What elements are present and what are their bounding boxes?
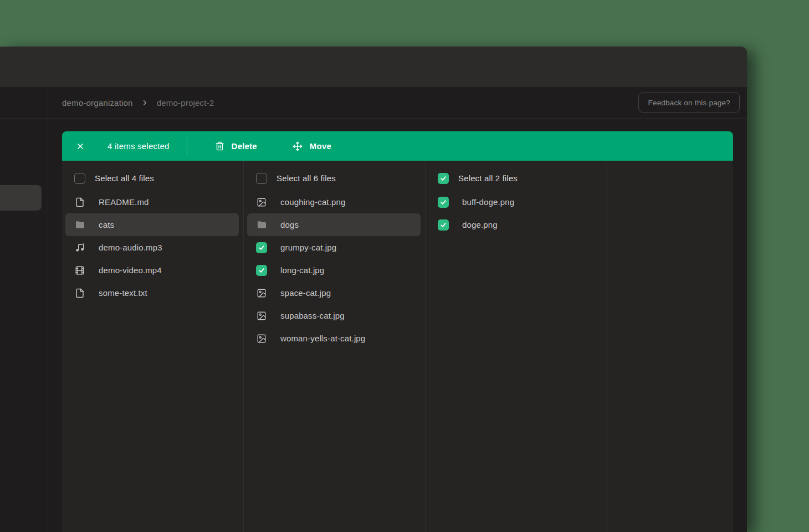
file-row[interactable]: space-cat.jpg <box>244 282 425 304</box>
file-row[interactable]: cats <box>65 213 239 236</box>
file-row[interactable]: buff-doge.png <box>426 191 607 213</box>
file-row[interactable]: demo-video.mp4 <box>62 259 243 282</box>
image-icon <box>257 334 267 344</box>
empty-column <box>607 161 733 532</box>
toolbar-divider <box>187 137 187 155</box>
row-icon-slot <box>256 288 267 299</box>
checkmark-icon <box>439 198 447 206</box>
file-explorer: 4 items selected Delete Move <box>62 131 733 532</box>
row-icon-slot <box>438 173 449 184</box>
file-column: Select all 2 files buff-doge.png doge.pn… <box>426 161 607 532</box>
row-icon-slot <box>74 265 85 276</box>
file-checkbox-checked[interactable] <box>438 219 449 231</box>
video-icon <box>75 265 85 275</box>
row-icon-slot <box>74 288 85 299</box>
image-icon <box>257 311 267 321</box>
file-name: doge.png <box>462 220 498 229</box>
app-window: demo-organization demo-project-2 Feedbac… <box>0 47 747 532</box>
file-name: README.md <box>99 197 149 207</box>
select-all-checkbox[interactable] <box>438 173 449 184</box>
select-all-row[interactable]: Select all 4 files <box>62 167 243 190</box>
file-column: Select all 4 files README.md cats demo-a… <box>62 161 244 532</box>
checkmark-icon <box>439 221 447 229</box>
file-name: dogs <box>280 220 299 229</box>
row-icon-slot <box>438 219 449 231</box>
file-icon <box>75 288 85 298</box>
file-checkbox-checked[interactable] <box>256 242 267 253</box>
file-name: some-text.txt <box>99 288 147 298</box>
move-label: Move <box>310 141 331 151</box>
page-background: demo-organization demo-project-2 Feedbac… <box>0 0 809 532</box>
file-name: cats <box>99 220 114 229</box>
file-row[interactable]: doge.png <box>426 213 607 236</box>
row-icon-slot <box>74 173 85 184</box>
select-all-label: Select all 2 files <box>458 173 518 183</box>
trash-icon <box>215 141 224 151</box>
row-icon-slot <box>256 265 267 276</box>
row-icon-slot <box>256 242 267 253</box>
file-name: buff-doge.png <box>462 197 514 207</box>
checkmark-icon <box>439 175 447 182</box>
file-row[interactable]: dogs <box>247 213 421 236</box>
file-row[interactable]: woman-yells-at-cat.jpg <box>244 327 425 350</box>
file-name: space-cat.jpg <box>280 288 331 298</box>
delete-button[interactable]: Delete <box>215 141 257 151</box>
file-row[interactable]: grumpy-cat.jpg <box>244 236 425 259</box>
file-name: woman-yells-at-cat.jpg <box>280 334 365 343</box>
feedback-button[interactable]: Feedback on this page? <box>638 93 740 112</box>
file-row[interactable]: some-text.txt <box>62 282 243 304</box>
file-columns: Select all 4 files README.md cats demo-a… <box>62 161 733 532</box>
file-name: coughing-cat.png <box>280 197 346 207</box>
checkmark-icon <box>258 267 265 274</box>
row-icon-slot <box>256 173 267 184</box>
breadcrumb-bar: demo-organization demo-project-2 Feedbac… <box>0 87 747 119</box>
file-name: long-cat.jpg <box>280 265 324 275</box>
close-icon[interactable] <box>75 141 85 151</box>
file-name: supabass-cat.jpg <box>280 311 345 320</box>
row-icon-slot <box>74 219 85 231</box>
sidebar-active-item[interactable] <box>0 185 42 211</box>
row-icon-slot <box>438 197 449 208</box>
breadcrumb-organization[interactable]: demo-organization <box>62 98 133 108</box>
window-titlebar <box>0 47 747 87</box>
folder-icon <box>257 219 267 230</box>
select-all-label: Select all 4 files <box>95 173 154 183</box>
file-name: grumpy-cat.jpg <box>280 243 336 252</box>
select-all-label: Select all 6 files <box>277 173 336 183</box>
file-row[interactable]: coughing-cat.png <box>244 191 425 213</box>
selection-toolbar: 4 items selected Delete Move <box>62 131 733 161</box>
file-row[interactable]: long-cat.jpg <box>244 259 425 282</box>
file-name: demo-video.mp4 <box>99 265 162 275</box>
file-icon <box>75 197 85 207</box>
row-icon-slot <box>256 310 267 321</box>
selected-count-label: 4 items selected <box>107 141 170 151</box>
row-icon-slot <box>256 197 267 208</box>
row-icon-slot <box>74 197 85 208</box>
chevron-right-icon <box>141 99 149 107</box>
row-icon-slot <box>256 219 267 231</box>
file-checkbox-checked[interactable] <box>256 265 267 276</box>
row-icon-slot <box>74 242 85 253</box>
delete-label: Delete <box>232 141 257 151</box>
move-button[interactable]: Move <box>293 141 331 151</box>
image-icon <box>257 197 267 207</box>
breadcrumb-project[interactable]: demo-project-2 <box>157 98 214 108</box>
image-icon <box>257 288 267 298</box>
move-arrows-icon <box>293 141 303 151</box>
file-column: Select all 6 files coughing-cat.png dogs… <box>244 161 426 532</box>
file-list: README.md cats demo-audio.mp3 demo-video… <box>62 191 243 304</box>
file-row[interactable]: supabass-cat.jpg <box>244 304 425 327</box>
file-row[interactable]: demo-audio.mp3 <box>62 236 243 259</box>
file-checkbox-checked[interactable] <box>438 197 449 208</box>
file-name: demo-audio.mp3 <box>99 243 162 252</box>
select-all-checkbox[interactable] <box>256 173 267 184</box>
row-icon-slot <box>256 333 267 344</box>
folder-icon <box>75 219 85 230</box>
file-row[interactable]: README.md <box>62 191 243 213</box>
breadcrumb: demo-organization demo-project-2 <box>62 98 214 108</box>
select-all-row[interactable]: Select all 2 files <box>426 167 607 190</box>
audio-icon <box>75 243 85 253</box>
select-all-checkbox[interactable] <box>74 173 85 184</box>
select-all-row[interactable]: Select all 6 files <box>244 167 425 190</box>
checkmark-icon <box>258 244 265 252</box>
